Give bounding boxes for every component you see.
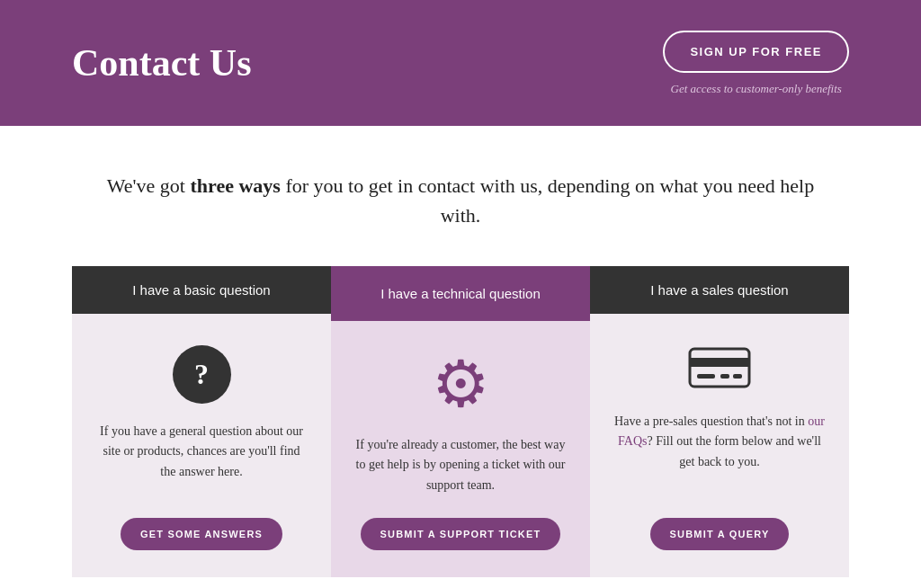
card-technical-body: ⚙ If you're already a customer, the best…: [331, 321, 590, 577]
intro-text-bold: three ways: [190, 174, 280, 197]
intro-paragraph: We've got three ways for you to get in c…: [92, 171, 829, 230]
svg-rect-4: [733, 374, 742, 379]
cards-container: I have a basic question ? If you have a …: [72, 266, 849, 577]
header-right: SIGN UP FOR FREE Get access to customer-…: [663, 31, 849, 96]
header-subtext: Get access to customer-only benefits: [671, 82, 842, 96]
card-basic: I have a basic question ? If you have a …: [72, 266, 331, 577]
svg-rect-3: [720, 374, 729, 379]
svg-rect-0: [690, 349, 749, 387]
intro-text-after: for you to get in contact with us, depen…: [281, 174, 814, 227]
page-header: Contact Us SIGN UP FOR FREE Get access t…: [0, 0, 921, 126]
card-basic-body: ? If you have a general question about o…: [72, 314, 331, 577]
intro-text-before: We've got: [107, 174, 191, 197]
card-technical: I have a technical question ⚙ If you're …: [331, 266, 590, 577]
question-icon: ?: [173, 345, 231, 404]
card-sales-body: Have a pre-sales question that's not in …: [590, 314, 849, 577]
card-technical-header: I have a technical question: [331, 266, 590, 321]
technical-button[interactable]: SUBMIT A SUPPORT TICKET: [361, 518, 561, 550]
card-basic-header: I have a basic question: [72, 266, 331, 314]
card-basic-desc: If you have a general question about our…: [94, 422, 308, 495]
card-technical-desc: If you're already a customer, the best w…: [353, 435, 568, 495]
basic-button[interactable]: GET SOME ANSWERS: [121, 518, 282, 550]
main-content: We've got three ways for you to get in c…: [0, 126, 921, 588]
creditcard-icon: [688, 345, 751, 394]
sales-button[interactable]: SUBMIT A QUERY: [650, 518, 790, 550]
card-sales-desc: Have a pre-sales question that's not in …: [613, 412, 827, 495]
card-sales: I have a sales question Have a pre-sales…: [590, 266, 849, 577]
card-sales-header: I have a sales question: [590, 266, 849, 314]
gear-icon: ⚙: [432, 352, 490, 417]
signup-button[interactable]: SIGN UP FOR FREE: [663, 31, 849, 73]
page-title: Contact Us: [72, 41, 251, 85]
svg-rect-1: [690, 358, 749, 367]
svg-rect-2: [697, 374, 715, 379]
